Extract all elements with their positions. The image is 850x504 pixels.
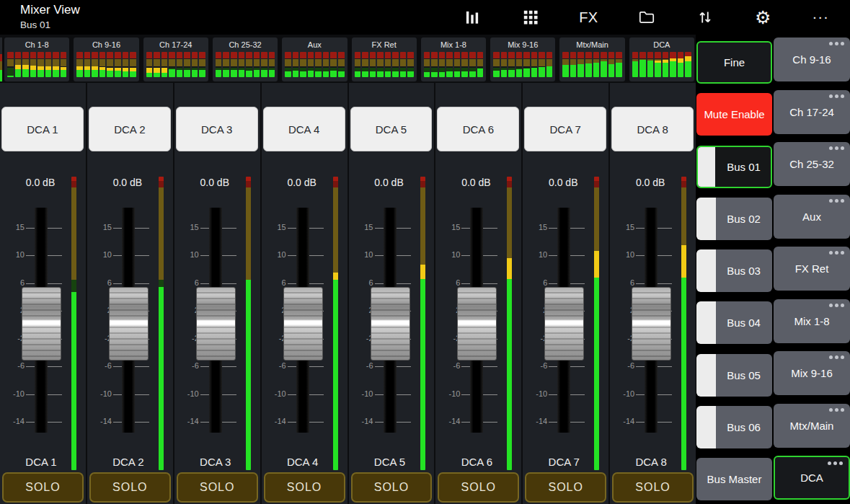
mini-meter [223,52,229,77]
more-icon[interactable]: ... [805,1,837,33]
mini-meter [439,52,446,77]
channel-name-label: DCA 6 [435,456,518,470]
level-meter [594,177,599,470]
solo-button[interactable]: SOLO [177,472,258,503]
bank-button-bus-04[interactable]: Bus 04 [696,301,772,344]
mini-meter [501,52,508,77]
mini-meter [531,52,538,77]
mini-meter [231,52,237,77]
group-button-ch-17-24[interactable]: Ch 17-24 [774,90,850,134]
bank-button-mute-enable[interactable]: Mute Enable [696,93,772,136]
gear-icon[interactable]: ⚙ [747,1,779,33]
page-subtitle: Bus 01 [20,18,80,32]
mini-meter [254,52,260,77]
overview-block[interactable]: Mtx/Main [559,37,624,81]
channel-strip: DCA 8 0.0 dB 151062-2-6-10-14 DCA 8 SOLO [610,83,696,504]
fx-icon[interactable]: FX [572,1,604,33]
group-button-ch-9-16[interactable]: Ch 9-16 [774,37,850,81]
group-button-mix-9-16[interactable]: Mix 9-16 [774,351,850,395]
overview-block-label: Mix 9-16 [493,39,552,52]
overview-block[interactable]: Aux [282,37,347,81]
overview-block[interactable]: Ch 1-8 [4,37,69,81]
channel-name-button[interactable]: DCA 7 [524,107,606,151]
fader-handle[interactable] [196,287,236,361]
overview-block-label: DCA [632,39,691,52]
grid-icon[interactable] [515,1,546,33]
solo-button[interactable]: SOLO [438,472,519,503]
channel-strip: DCA 3 0.0 dB 151062-2-6-10-14 DCA 3 SOLO [174,83,260,504]
overview-block[interactable]: FX Ret [352,37,417,81]
group-button-fx-ret[interactable]: FX Ret [774,247,850,291]
bank-button-bus-01[interactable]: Bus 01 [696,146,772,188]
folder-icon[interactable] [631,1,663,33]
bank-button-bus-master[interactable]: Bus Master [696,458,772,500]
mini-meter [655,52,661,77]
bank-button-bus-05[interactable]: Bus 05 [696,354,772,397]
level-meter [681,177,686,470]
fader-handle[interactable] [632,287,671,361]
bank-button-fine[interactable]: Fine [696,41,772,84]
overview-block[interactable]: Ch 17-24 [143,37,208,81]
mini-meter [593,52,600,77]
channel-name-button[interactable]: DCA 4 [263,107,345,151]
fader-handle[interactable] [109,287,149,361]
fader-handle[interactable] [544,287,584,361]
channel-name-button[interactable]: DCA 8 [611,107,694,151]
mini-meter [261,52,267,77]
overview-block-meters [632,52,691,77]
mixer-app: Mixer View Bus 01 FX⚙... Ch 1-8 Ch 9-16 … [0,0,850,504]
mini-meter [15,52,22,77]
sort-arrows-icon[interactable] [689,1,721,33]
fader-handle[interactable] [371,287,410,361]
channel-name-button[interactable]: DCA 1 [1,107,84,151]
overview-block[interactable]: Ch 25-32 [213,37,278,81]
overview-block-label: Mtx/Main [562,39,621,52]
group-button-mtx-main[interactable]: Mtx/Main [774,404,850,448]
meter-bars-icon[interactable] [456,1,488,33]
group-button-aux[interactable]: Aux [774,195,850,239]
overview-block[interactable]: DCA [629,37,694,81]
bank-button-bus-02[interactable]: Bus 02 [696,198,772,240]
overview-block-meters [7,52,66,77]
mini-meter [523,52,530,77]
channel-strip: DCA 7 0.0 dB 151062-2-6-10-14 DCA 7 SOLO [523,83,608,504]
mini-meter [330,52,337,77]
channel-name-button[interactable]: DCA 2 [89,107,171,151]
overview-block[interactable]: Mix 1-8 [421,37,486,81]
group-button-ch-25-32[interactable]: Ch 25-32 [774,142,850,186]
mini-meter [570,52,577,77]
channel-name-button[interactable]: DCA 3 [176,107,258,151]
solo-button[interactable]: SOLO [525,472,606,503]
group-button-dca[interactable]: DCA [774,456,850,500]
mini-meter [239,52,245,77]
mini-meter [362,52,368,77]
solo-button[interactable]: SOLO [2,472,84,503]
bank-button-bus-06[interactable]: Bus 06 [696,406,772,448]
overview-block[interactable]: Ch 9-16 [74,37,138,81]
mini-meter [670,52,676,77]
channel-name-label: DCA 3 [174,456,257,470]
mini-meter [184,52,190,77]
channel-name-button[interactable]: DCA 6 [437,107,519,151]
mini-meter [392,52,399,77]
mini-meter [431,52,438,77]
solo-button[interactable]: SOLO [351,472,433,503]
options-dots-icon [828,461,843,465]
fader-handle[interactable] [22,287,61,361]
channel-name-button[interactable]: DCA 5 [350,107,433,151]
mini-meter [400,52,407,77]
fader-value-label: 0.0 dB [523,177,603,190]
mini-meter [146,52,153,77]
mini-meter [508,52,515,77]
solo-button[interactable]: SOLO [264,472,345,503]
group-button-mix-1-8[interactable]: Mix 1-8 [774,299,850,343]
mini-meter [477,52,484,77]
solo-button[interactable]: SOLO [89,472,171,503]
fader-value-label: 0.0 dB [174,177,255,190]
solo-button[interactable]: SOLO [612,472,694,503]
level-meter [159,177,164,470]
overview-block[interactable]: Mix 9-16 [490,37,555,81]
bank-button-bus-03[interactable]: Bus 03 [696,249,772,292]
fader-handle[interactable] [283,287,323,361]
fader-handle[interactable] [457,287,497,361]
